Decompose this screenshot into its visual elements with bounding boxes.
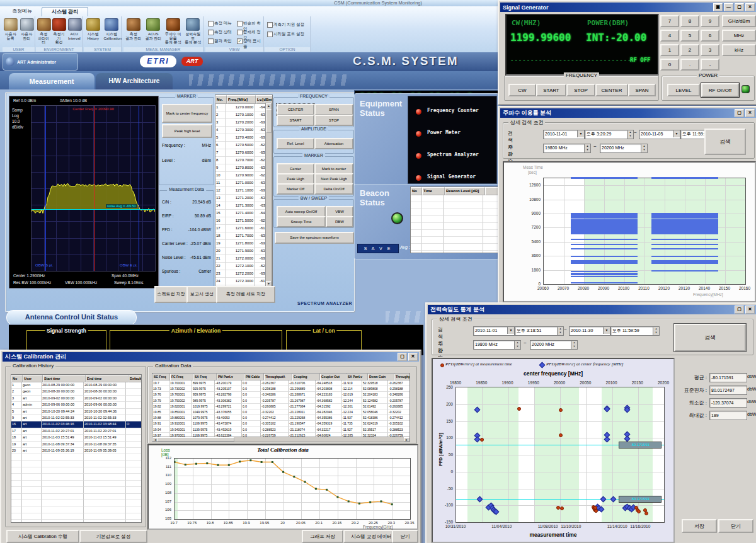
column-header[interactable] <box>485 187 498 195</box>
ribbon-item[interactable]: 측정 결과 관리 <box>125 18 142 40</box>
table-row[interactable]: 241272.3000-61.90 <box>215 278 272 285</box>
stat-value-field[interactable]: -120.37074 <box>709 398 747 408</box>
column-header[interactable]: PM Cable <box>244 374 264 380</box>
table-row[interactable] <box>411 244 498 251</box>
restore-button[interactable]: ▢ <box>735 109 744 117</box>
date-from-picker[interactable]: 2010-11-01▼ <box>543 130 585 139</box>
level-button[interactable]: LEVEL <box>667 84 700 96</box>
column-header[interactable]: Time <box>422 187 445 195</box>
view-checkbox[interactable] <box>237 30 243 35</box>
table-row[interactable]: 51270.4000-63.48 <box>215 134 272 142</box>
sg-span-button[interactable]: SPAN <box>628 84 656 96</box>
beacon-save-button[interactable]: S A V E <box>357 244 399 253</box>
table-row[interactable]: 2geon2010-08-30 00:00:002010-08-30 00:00… <box>11 389 141 395</box>
column-header[interactable]: Freq.[MHz] <box>227 95 256 104</box>
save-waveform-button[interactable]: Save the spectrum waveform <box>275 232 354 244</box>
freq-to-spinner[interactable]: 20200 MHz▲▼ <box>600 144 648 153</box>
mark-to-center-button[interactable]: Mark to center frequency <box>162 104 212 123</box>
table-row[interactable]: 111271.0000-63.28 <box>215 180 272 187</box>
ribbon-tab-2[interactable]: 시스템 관리 <box>42 7 88 16</box>
close-button[interactable]: ✕ <box>745 109 755 117</box>
restore-button[interactable]: ▢ <box>398 353 407 361</box>
table-row[interactable]: 19art2010-11-08 09:37:342010-11-08 09:37… <box>11 442 141 448</box>
calibration-titlebar[interactable]: 시스템 Calibration 관리 ▢ ✕ <box>3 352 419 362</box>
calib-history-table[interactable]: NoUserStart timeEnd timeDefault1geon2010… <box>11 374 142 523</box>
view-checkbox[interactable] <box>208 30 214 35</box>
stat-value-field[interactable]: 80.0172497 <box>709 386 747 395</box>
column-header[interactable]: Beacon Level [dB] <box>445 187 485 195</box>
table-row[interactable]: 19.7919.790002989.9975-43.3063820.0-0.20… <box>152 398 410 404</box>
view-checkbox[interactable]: ✓ <box>237 38 243 44</box>
table-row[interactable] <box>411 216 498 223</box>
table-row[interactable]: 19.8519.8500011049.9975-43.3760550.0-0.3… <box>152 409 410 415</box>
table-row[interactable] <box>411 209 498 216</box>
freq-to-spinner[interactable]: 20200 MHz▲▼ <box>530 340 578 350</box>
fu-search-button[interactable]: 검색 <box>704 129 746 155</box>
keypad--[interactable]: - <box>701 59 719 71</box>
table-row[interactable]: 19.8219.8200011019.9975-43.2997210.0-0.2… <box>152 404 410 409</box>
tab-measurement[interactable]: Measurement <box>9 73 94 89</box>
save-level-set-button[interactable]: 측정 레벨 세트 저장 <box>216 286 275 303</box>
keypad-2[interactable]: 2 <box>680 44 699 56</box>
table-row[interactable]: 17art2010-11-02 20:27:012010-11-02 20:27… <box>11 428 141 435</box>
pd-search-button[interactable]: 검색 <box>674 324 746 352</box>
table-row[interactable]: 9art2010-11-02 02:55:332010-11-02 02:55:… <box>11 415 141 421</box>
ribbon-item[interactable]: ACU Interval <box>68 18 81 40</box>
table-row[interactable]: 161271.5000-62.26 <box>215 217 272 225</box>
table-row[interactable] <box>11 454 141 460</box>
table-row[interactable] <box>11 474 141 480</box>
keypad-6[interactable]: 6 <box>701 30 719 42</box>
column-header[interactable]: ThroughputA <box>264 374 292 380</box>
maximize-button[interactable]: ▢ <box>735 3 744 11</box>
table-row[interactable]: 171271.6000-61.14 <box>215 225 272 232</box>
sg-cw-button[interactable]: CW <box>508 84 536 96</box>
date-from-picker[interactable]: 2010-11-01▼ <box>473 326 515 336</box>
column-header[interactable]: SG Freq <box>152 374 170 380</box>
save-spectrum-button[interactable]: 스펙트럼 저장 <box>154 286 188 303</box>
power-density-titlebar[interactable]: 전력속밀도 통계 분석 ▢ ✕ <box>428 305 756 314</box>
restore-button[interactable]: ▢ <box>735 306 744 314</box>
table-row[interactable]: 61270.5000-62.68 <box>215 142 272 149</box>
dropdown-arrow-icon[interactable]: ▼ <box>507 327 514 334</box>
table-row[interactable]: 18art2010-11-03 15:51:492010-11-03 15:51… <box>11 435 141 441</box>
stat-value-field[interactable]: -80.171591 <box>709 373 747 382</box>
table-row[interactable]: 11270.0000-64.22 <box>215 104 272 111</box>
table-row[interactable]: 41270.3000-63.43 <box>215 127 272 134</box>
table-row[interactable] <box>411 195 498 202</box>
sa-freq-button[interactable]: START <box>277 115 314 126</box>
table-row[interactable] <box>11 481 141 487</box>
sg-start-button[interactable]: START <box>536 84 566 96</box>
table-row[interactable] <box>11 506 141 513</box>
pin-button[interactable]: ▣ <box>713 3 723 11</box>
column-header[interactable]: No. <box>215 95 227 104</box>
freq-from-spinner[interactable]: 19800 MHz▲▼ <box>473 340 521 350</box>
sa-bw-button[interactable]: RBW <box>326 216 353 227</box>
sa-freq-button[interactable]: STOP <box>314 115 353 126</box>
calib-right-button[interactable]: 그래프 저장 <box>302 530 343 543</box>
tab-h-w-architecture[interactable]: H/W Architecture <box>96 73 173 89</box>
table-row[interactable]: 19.9419.9400011139.9975-43.4926190.0-0.2… <box>152 427 410 433</box>
frequency-usage-titlebar[interactable]: 주파수 이용률 분석 ▢ ✕ <box>500 108 756 118</box>
sa-freq-button[interactable]: CENTER <box>277 104 314 115</box>
table-row[interactable]: 31270.2000-63.83 <box>215 119 272 127</box>
table-row[interactable]: 141271.3000-63.11 <box>215 202 272 210</box>
calib-right-button[interactable]: 닫기 <box>392 530 418 543</box>
table-row[interactable]: 1geon2010-08-29 00:00:002010-08-29 00:00… <box>11 382 141 389</box>
table-row[interactable]: 91270.8000-63.57 <box>215 164 272 172</box>
peak-high-level-button[interactable]: Peak high level <box>162 124 212 138</box>
spinner-arrows[interactable]: ▲▼ <box>571 341 577 349</box>
signal-generator-titlebar[interactable]: Signal Generator ▣ — ▢ ✕ <box>500 3 756 12</box>
table-row[interactable]: 20art2010-11-09 05:36:192010-11-09 05:39… <box>11 448 141 454</box>
pd-close-button[interactable]: 닫기 <box>718 519 753 533</box>
table-row[interactable]: 19.9119.9100011109.9975-43.4738740.0-0.3… <box>152 421 410 426</box>
pd-save-button[interactable]: 저장 <box>682 519 717 533</box>
rf-onoff-button[interactable]: RF On/Off <box>701 83 739 97</box>
column-header[interactable]: SA Freq <box>193 374 217 380</box>
table-row[interactable]: 121271.1000-63.21 <box>215 187 272 195</box>
ribbon-item[interactable]: ACUS 결과 관리 <box>145 18 163 40</box>
spinner-arrows[interactable]: ▲▼ <box>557 327 563 335</box>
table-row[interactable]: 181271.7000-63.05 <box>215 232 272 240</box>
stat-value-field[interactable]: 189 <box>709 411 747 420</box>
dropdown-arrow-icon[interactable]: ▼ <box>603 327 610 334</box>
column-header[interactable]: User <box>23 375 43 382</box>
